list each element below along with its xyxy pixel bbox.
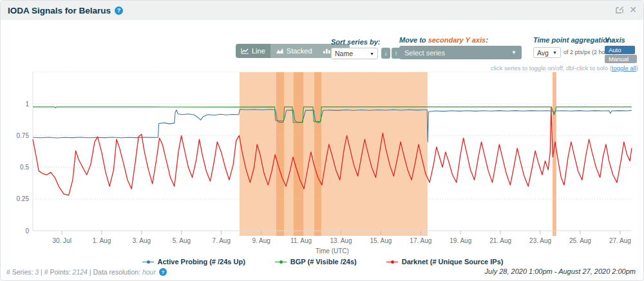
aggregation-select[interactable]: Avg ▼ — [533, 47, 561, 58]
chart-region[interactable]: 00.250.50.75130. Jul1. Aug3. Aug5. Aug7.… — [1, 68, 644, 262]
legend-series-label: BGP (# Visible /24s) — [290, 258, 357, 266]
x-tick-label: 27. Aug — [609, 237, 631, 244]
x-tick-label: 23. Aug — [529, 237, 551, 244]
x-tick-label: 17. Aug — [410, 237, 431, 244]
outage-shade-dark-region — [276, 72, 284, 236]
move-secondary-axis-label: Move to secondary Y axis: — [399, 36, 488, 44]
stat-value: 2124 — [73, 268, 88, 276]
stat-label: # Points: — [44, 268, 73, 276]
panel-header: IODA Signals for Belarus ? ✕ — [1, 1, 643, 20]
x-tick-label: 13. Aug — [330, 237, 352, 244]
outage-shade-dark-region — [294, 72, 303, 236]
x-tick-label: 3. Aug — [133, 237, 151, 244]
legend-item[interactable]: BGP (# Visible /24s) — [275, 258, 357, 266]
stat-label: Data resolution: — [93, 268, 142, 276]
sort-series-value: Name — [335, 50, 353, 57]
area-chart-icon — [276, 48, 284, 54]
ioda-signals-panel: IODA Signals for Belarus ? ✕ LineStacked… — [0, 0, 644, 281]
x-tick-label: 7. Aug — [213, 237, 231, 244]
sort-descending-button[interactable]: ↓ — [381, 48, 390, 59]
chart-stats: # Series: 3 | # Points: 2124 | Data reso… — [6, 268, 167, 276]
legend-item[interactable]: Darknet (# Unique Source IPs) — [386, 258, 504, 266]
secondary-axis-select-value: Select series — [404, 49, 445, 57]
secondary-axis-select[interactable]: Select series ▼ — [399, 46, 522, 59]
legend-item[interactable]: Active Probing (# /24s Up) — [142, 258, 245, 266]
page-title: IODA Signals for Belarus — [8, 6, 111, 15]
x-tick-label: 1. Aug — [93, 237, 111, 244]
legend-series-marker — [386, 261, 398, 263]
close-icon[interactable]: ✕ — [629, 5, 637, 14]
y-tick-label: 0.75 — [17, 132, 30, 139]
x-tick-label: 15. Aug — [370, 237, 392, 244]
x-tick-label: 5. Aug — [173, 237, 191, 244]
x-tick-label: 19. Aug — [450, 237, 471, 244]
outage-shade-dark-region — [314, 72, 321, 236]
sort-series-label: Sort series by: — [331, 38, 380, 46]
bar-chart-icon — [323, 48, 331, 54]
chart-type-stacked-button[interactable]: Stacked — [270, 44, 317, 58]
y-zoom-auto-button[interactable]: Auto — [605, 46, 635, 54]
stats-separator: | — [88, 268, 93, 276]
chart-legend: Active Probing (# /24s Up)BGP (# Visible… — [1, 258, 644, 266]
x-tick-label: 30. Jul — [52, 237, 71, 244]
x-tick-label: 9. Aug — [252, 237, 270, 244]
x-tick-label: 25. Aug — [569, 237, 591, 244]
legend-series-label: Darknet (# Unique Source IPs) — [402, 258, 504, 266]
aggregation-label: Time point aggregation: — [533, 36, 614, 44]
signals-line-chart[interactable]: 00.250.50.75130. Jul1. Aug3. Aug5. Aug7.… — [1, 68, 644, 262]
edit-icon[interactable] — [615, 5, 624, 14]
legend-series-marker — [142, 261, 154, 263]
y-tick-label: 1 — [25, 101, 29, 108]
caret-down-icon: ▼ — [511, 50, 516, 55]
aggregation-value: Avg — [537, 49, 549, 57]
chart-type-label: Stacked — [287, 47, 312, 55]
line-chart-icon — [241, 48, 249, 54]
stats-separator: | — [39, 268, 44, 276]
date-range: July 28, 2020 1:00pm - August 27, 2020 2… — [485, 267, 636, 275]
move-label-prefix: Move to — [399, 36, 428, 44]
legend-series-marker — [275, 261, 287, 263]
stat-value: hour — [142, 268, 156, 276]
chart-type-line-button[interactable]: Line — [236, 44, 270, 58]
y-tick-label: 0.25 — [17, 195, 30, 202]
legend-series-label: Active Probing (# /24s Up) — [158, 258, 245, 266]
help-icon[interactable]: ? — [115, 6, 123, 15]
move-label-highlight: secondary Y axis — [428, 36, 486, 44]
sort-series-select[interactable]: Name ▼ — [331, 48, 378, 59]
caret-down-icon: ▼ — [553, 50, 557, 55]
x-axis-title: Time (UTC) — [316, 247, 349, 255]
x-tick-label: 11. Aug — [290, 237, 312, 244]
x-tick-label: 21. Aug — [489, 237, 511, 244]
y-tick-label: 0.5 — [20, 164, 29, 171]
outage-shade-region — [240, 72, 428, 236]
help-icon[interactable]: ? — [159, 268, 167, 276]
caret-down-icon: ▼ — [370, 52, 374, 56]
chart-type-label: Line — [252, 47, 265, 55]
move-label-suffix: : — [486, 36, 488, 44]
y-tick-label: 0 — [25, 228, 29, 235]
y-zoom-manual-button[interactable]: Manual — [605, 55, 637, 63]
stat-label: # Series: — [6, 268, 35, 276]
